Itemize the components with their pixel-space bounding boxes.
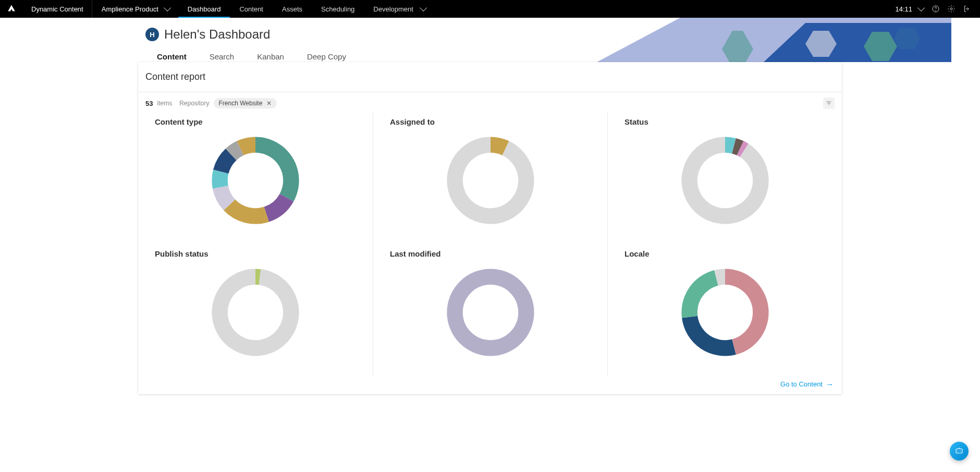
chevron-down-icon (420, 4, 427, 11)
nav-tab-assets[interactable]: Assets (273, 0, 312, 18)
filter-group-label: Repository (179, 100, 209, 107)
chart-panel-assigned_to: Assigned to (373, 112, 607, 244)
hub-selector[interactable]: Amplience Product (92, 5, 178, 13)
content-report-card: Content report 53 items Repository Frenc… (138, 62, 842, 394)
help-icon[interactable] (928, 5, 944, 13)
donut-chart[interactable] (390, 260, 591, 365)
donut-chart[interactable] (624, 260, 825, 365)
svg-marker-8 (894, 28, 920, 49)
filter-bar: 53 items Repository French Website ✕ (138, 92, 842, 112)
nav-tab-content[interactable]: Content (230, 0, 273, 18)
nav-tab-development[interactable]: Development (364, 0, 434, 18)
hub-name: Amplience Product (102, 5, 158, 13)
avatar: H (145, 28, 159, 41)
close-icon[interactable]: ✕ (265, 100, 273, 107)
svg-point-9 (455, 277, 526, 348)
svg-rect-10 (956, 449, 962, 453)
time-value: 14:11 (895, 5, 912, 13)
card-title: Content report (138, 62, 842, 92)
svg-point-2 (950, 8, 952, 10)
donut-chart[interactable] (155, 260, 356, 365)
donut-chart[interactable] (390, 128, 591, 233)
charts-grid: Content typeAssigned toStatusPublish sta… (138, 112, 842, 376)
item-count: 53 (145, 100, 153, 107)
chart-panel-locale: Locale (607, 244, 842, 376)
link-label: Go to Content (780, 380, 823, 388)
page: H Helen's Dashboard ContentSearchKanbanD… (0, 18, 980, 472)
filter-chip-label: French Website (219, 100, 263, 107)
chart-panel-status: Status (607, 112, 842, 244)
svg-point-12 (960, 451, 961, 452)
chart-title: Content type (155, 117, 356, 126)
nav-tab-dashboard[interactable]: Dashboard (178, 0, 230, 18)
chart-title: Assigned to (390, 117, 591, 126)
filter-icon[interactable] (823, 98, 835, 109)
main-nav: DashboardContentAssetsSchedulingDevelopm… (178, 0, 434, 18)
donut-chart[interactable] (624, 128, 825, 233)
item-count-label: items (157, 100, 172, 107)
brand-name: Dynamic Content (23, 5, 92, 13)
chart-title: Locale (624, 249, 825, 258)
go-to-content-link[interactable]: Go to Content → (780, 380, 834, 388)
brand-logo-icon[interactable] (0, 4, 23, 14)
logout-icon[interactable] (959, 5, 975, 13)
chart-title: Status (624, 117, 825, 126)
chart-title: Last modified (390, 249, 591, 258)
nav-tab-scheduling[interactable]: Scheduling (312, 0, 364, 18)
topbar: Dynamic Content Amplience Product Dashbo… (0, 0, 980, 18)
chart-panel-content_type: Content type (138, 112, 373, 244)
chart-panel-last_modified: Last modified (373, 244, 607, 376)
donut-chart[interactable] (155, 128, 356, 233)
chevron-down-icon (164, 4, 171, 11)
clock[interactable]: 14:11 (890, 5, 928, 13)
chat-fab[interactable] (950, 442, 969, 461)
filter-chip: French Website ✕ (214, 98, 277, 108)
chart-panel-publish_status: Publish status (138, 244, 373, 376)
chevron-down-icon (917, 4, 925, 11)
arrow-right-icon: → (826, 380, 834, 388)
svg-point-1 (936, 10, 936, 11)
page-header: H Helen's Dashboard ContentSearchKanbanD… (138, 18, 842, 62)
page-title: Helen's Dashboard (164, 27, 270, 42)
chart-title: Publish status (155, 249, 356, 258)
gear-icon[interactable] (944, 5, 959, 13)
svg-point-11 (958, 451, 959, 452)
